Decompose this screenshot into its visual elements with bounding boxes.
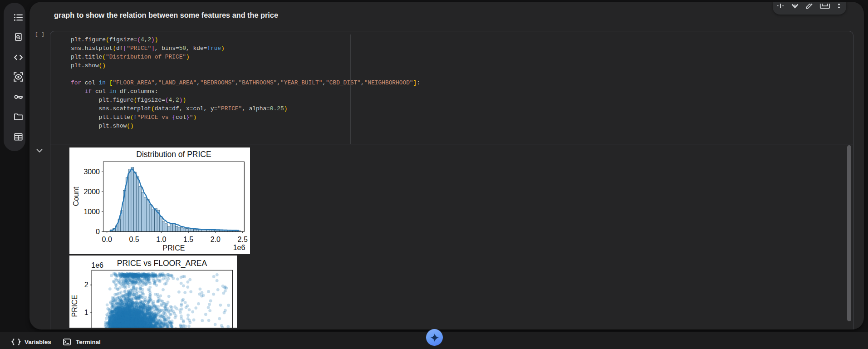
svg-text:2000: 2000 <box>83 188 100 196</box>
svg-text:3000: 3000 <box>83 168 100 176</box>
svg-text:1: 1 <box>84 309 88 316</box>
svg-text:Distribution of PRICE: Distribution of PRICE <box>136 150 211 159</box>
svg-text:1.0: 1.0 <box>156 236 166 243</box>
svg-text:0.5: 0.5 <box>129 236 139 243</box>
svg-text:PRICE: PRICE <box>163 244 185 252</box>
svg-text:2.5: 2.5 <box>238 236 248 243</box>
svg-text:1.5: 1.5 <box>183 236 193 243</box>
svg-text:2: 2 <box>84 281 88 289</box>
svg-text:PRICE vs FLOOR_AREA: PRICE vs FLOOR_AREA <box>117 259 207 268</box>
svg-text:1e6: 1e6 <box>233 244 245 251</box>
svg-text:0: 0 <box>96 228 100 236</box>
svg-text:1000: 1000 <box>83 208 100 216</box>
svg-text:2.0: 2.0 <box>211 236 221 243</box>
svg-text:PRICE: PRICE <box>71 295 78 317</box>
svg-text:0.0: 0.0 <box>102 236 112 243</box>
svg-text:Count: Count <box>72 187 80 206</box>
svg-text:1e6: 1e6 <box>91 261 103 269</box>
